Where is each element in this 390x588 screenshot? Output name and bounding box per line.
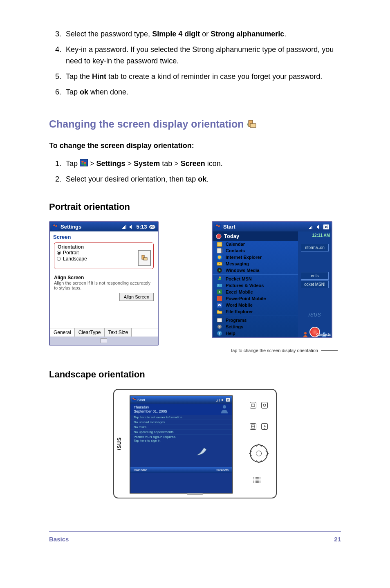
- notif-msn: ocket MSN!: [301, 281, 329, 288]
- align-screen-button[interactable]: Align Screen: [119, 293, 154, 301]
- menu-calendar[interactable]: Calendar: [213, 241, 298, 247]
- media-icon: [217, 267, 222, 273]
- change-step-2: Select your desired orientation, then ta…: [63, 174, 341, 185]
- menu-wmp[interactable]: Windows Media: [213, 267, 298, 274]
- keyboard-icon[interactable]: [101, 338, 107, 343]
- pda-bottom-right: Contacts: [215, 468, 229, 472]
- contacts-label: Contacts: [316, 332, 331, 337]
- landscape-radio[interactable]: Landscape: [57, 256, 87, 262]
- start-flag-icon: [52, 224, 58, 230]
- orientation-preview: [138, 250, 151, 266]
- dpad: [250, 444, 268, 462]
- menu-ie[interactable]: Internet Explorer: [213, 254, 298, 260]
- svg-rect-10: [222, 249, 222, 253]
- svg-point-14: [219, 276, 221, 278]
- signal-icon: [121, 224, 126, 229]
- hw-button: [250, 402, 256, 408]
- section-title: Changing the screen display orientation: [49, 118, 341, 130]
- settings-bottombar: [50, 337, 158, 345]
- svg-point-16: [218, 285, 219, 285]
- svg-rect-34: [251, 425, 255, 428]
- menu-fileexplorer[interactable]: File Explorer: [213, 308, 298, 315]
- svg-rect-32: [251, 404, 255, 406]
- portrait-radio[interactable]: Portrait: [57, 250, 87, 256]
- caption-line: [321, 350, 338, 351]
- msn-icon: [217, 276, 222, 282]
- svg-point-27: [304, 332, 307, 334]
- step-5: Tap the Hint tab to create a kind of rem…: [63, 71, 341, 83]
- ok-icon: ok: [149, 225, 155, 229]
- stylus-cursor-icon: [196, 441, 211, 456]
- gear-icon: [217, 324, 222, 330]
- radio-icon: [57, 257, 61, 261]
- start-flag-icon: [132, 398, 136, 402]
- align-header: Align Screen: [54, 275, 154, 281]
- menu-excel[interactable]: XExcel Mobile: [213, 289, 298, 295]
- start-titlebar: Start: [213, 222, 332, 231]
- to-change-heading: To change the screen display orientation…: [49, 141, 341, 150]
- start-flag-icon: [215, 224, 221, 230]
- today-icon: [216, 233, 222, 239]
- excel-icon: X: [217, 289, 222, 295]
- svg-rect-1: [250, 123, 256, 128]
- menu-pictures[interactable]: Pictures & Videos: [213, 282, 298, 289]
- menu-programs[interactable]: Programs: [213, 317, 298, 323]
- signal-icon: [216, 398, 220, 402]
- screen-header: Screen: [50, 231, 158, 241]
- menu-help[interactable]: ?Help: [213, 330, 298, 337]
- calendar-icon: [217, 241, 222, 247]
- person-sil-icon: [220, 404, 229, 413]
- signal-icon: [309, 224, 314, 229]
- pda-item-msn: Pocket MSN sign-in required. Tap here to…: [130, 435, 232, 443]
- svg-rect-15: [217, 284, 222, 287]
- tab-cleartype[interactable]: ClearType: [75, 328, 105, 337]
- svg-point-7: [216, 234, 221, 239]
- pda-item-messages: No unread messages: [130, 420, 232, 425]
- menu-messaging[interactable]: Messaging: [213, 260, 298, 267]
- tab-general[interactable]: General: [50, 328, 75, 337]
- step-3: Select the password type, Simple 4 digit…: [63, 29, 341, 40]
- sound-icon: [222, 398, 225, 402]
- pda-item-tasks: No tasks: [130, 425, 232, 430]
- today-row[interactable]: Today: [213, 231, 298, 241]
- start-flag-icon: [80, 159, 88, 166]
- menu-word[interactable]: WWord Mobile: [213, 302, 298, 308]
- svg-point-31: [223, 405, 226, 408]
- step-4: Key-in a password. If you selected the S…: [63, 44, 341, 67]
- pda-bottom-left: Calendar: [134, 468, 147, 472]
- start-time: 12:11 AM: [312, 233, 330, 238]
- change-step-1: Tap > Settings > System tab > Screen ico…: [63, 158, 341, 170]
- globe-icon: [217, 254, 222, 260]
- screen-orientation-icon: [247, 119, 257, 129]
- menu-settings[interactable]: Settings: [213, 323, 298, 330]
- tab-textsize[interactable]: Text Size: [104, 328, 132, 337]
- radio-selected-icon: [57, 251, 61, 255]
- svg-point-24: [219, 326, 220, 328]
- menu-ppt[interactable]: PowerPoint Mobile: [213, 295, 298, 302]
- menu-msn[interactable]: Pocket MSN: [213, 276, 298, 282]
- portrait-heading: Portrait orientation: [49, 202, 341, 212]
- help-icon: ?: [217, 330, 222, 336]
- step-6: Tap ok when done.: [63, 87, 341, 98]
- svg-text:X: X: [218, 290, 221, 294]
- speaker-grille: [253, 477, 264, 485]
- svg-rect-8: [217, 242, 222, 247]
- top-ol: Select the password type, Simple 4 digit…: [49, 29, 341, 98]
- start-right-pane: 12:11 AM nforma..on ents ocket MSN! /SUS…: [298, 231, 332, 337]
- pda-device: /SUS Start Thursday September 01, 2005 T…: [113, 389, 277, 498]
- sound-icon: [316, 224, 321, 229]
- screenshots-row: Settings 5:13 ok Screen Orientation Port…: [49, 221, 341, 346]
- powerpoint-icon: [217, 296, 222, 301]
- close-icon: [323, 224, 329, 229]
- align-text: Align the screen if it is not responding…: [54, 281, 154, 290]
- svg-text:?: ?: [218, 331, 221, 335]
- footer-right: 21: [334, 536, 341, 543]
- landscape-heading: Landscape orientation: [49, 369, 341, 380]
- pda-item-appts: No upcoming appointments: [130, 430, 232, 435]
- start-menu-screenshot: Start Today Calendar Contacts Internet E…: [212, 221, 332, 338]
- contacts-icon: [217, 248, 222, 254]
- notif-ents: ents: [301, 272, 329, 280]
- pda-hw-controls: [247, 402, 270, 485]
- landscape-illustration: /SUS Start Thursday September 01, 2005 T…: [49, 389, 341, 498]
- menu-contacts[interactable]: Contacts: [213, 247, 298, 254]
